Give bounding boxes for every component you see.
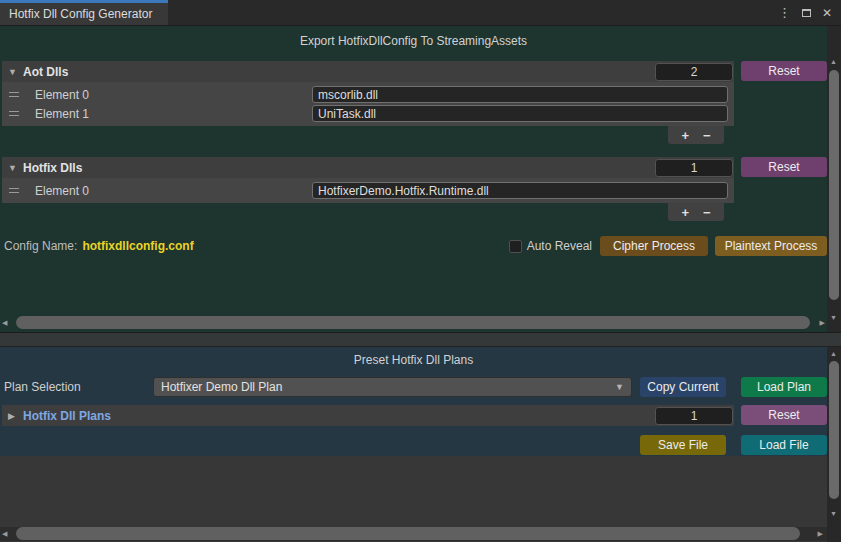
scroll-up-icon[interactable]: ▲ <box>830 350 837 357</box>
hotfix-dll-plans-row: ▶ Hotfix Dll Plans Reset <box>0 405 827 426</box>
preset-panel-title: Preset Hotfix Dll Plans <box>0 347 827 367</box>
hotfix-dlls-count-field[interactable] <box>655 159 733 177</box>
remove-element-button[interactable]: − <box>703 206 711 219</box>
plan-dropdown-value: Hotfixer Demo Dll Plan <box>161 380 282 394</box>
window-controls: ⋮ ✕ <box>778 0 841 25</box>
drag-handle-icon[interactable] <box>9 188 19 193</box>
hotfix-dlls-header[interactable]: ▼ Hotfix Dlls <box>2 157 734 178</box>
scrollbar-corner <box>827 525 841 542</box>
export-panel-title: Export HotfixDllConfig To StreamingAsset… <box>0 26 827 48</box>
preset-panel: Preset Hotfix Dll Plans Plan Selection H… <box>0 347 827 456</box>
save-file-button[interactable]: Save File <box>640 435 726 455</box>
config-name-row: Config Name: hotfixdllconfig.conf Auto R… <box>0 236 827 256</box>
plans-reset-button[interactable]: Reset <box>741 405 827 425</box>
list-element-row[interactable]: Element 1 <box>2 104 734 123</box>
scroll-right-icon[interactable]: ▶ <box>818 530 823 537</box>
preset-panel-region: Preset Hotfix Dll Plans Plan Selection H… <box>0 347 841 542</box>
scroll-up-icon[interactable]: ▲ <box>830 58 837 65</box>
hotfix-reset-button[interactable]: Reset <box>741 157 827 177</box>
scrollbar-thumb[interactable] <box>829 70 839 300</box>
bottom-vertical-scrollbar[interactable]: ▲ ▼ <box>827 347 841 525</box>
plan-selection-row: Plan Selection Hotfixer Demo Dll Plan ▼ … <box>0 377 827 397</box>
hotfix-dlls-label: Hotfix Dlls <box>23 161 655 175</box>
scrollbar-thumb[interactable] <box>829 361 839 499</box>
element-label: Element 0 <box>35 88 312 102</box>
config-name-label: Config Name: <box>4 239 77 253</box>
list-element-row[interactable]: Element 0 <box>2 85 734 104</box>
scrollbar-thumb[interactable] <box>16 316 810 329</box>
close-icon[interactable]: ✕ <box>822 7 832 19</box>
plan-selection-dropdown[interactable]: Hotfixer Demo Dll Plan ▼ <box>153 377 632 397</box>
top-horizontal-scrollbar[interactable]: ◀ ▶ <box>0 316 827 329</box>
scroll-down-icon[interactable]: ▼ <box>830 510 837 517</box>
hotfix-list-footer-row: + − <box>2 203 734 221</box>
aot-dlls-count-field[interactable] <box>655 63 733 81</box>
aot-reset-button[interactable]: Reset <box>741 61 827 81</box>
scroll-right-icon[interactable]: ▶ <box>820 319 825 326</box>
hotfix-dll-plans-header[interactable]: ▶ Hotfix Dll Plans <box>2 405 734 426</box>
hotfix-list-footer: + − <box>668 203 724 221</box>
aot-list-footer-row: + − <box>2 126 734 144</box>
element-label: Element 0 <box>35 184 312 198</box>
aot-list-footer: + − <box>668 126 724 144</box>
scroll-down-icon[interactable]: ▼ <box>830 314 837 321</box>
aot-dlls-header-row: ▼ Aot Dlls Reset <box>0 61 827 82</box>
hotfix-dlls-list: Element 0 <box>2 178 734 203</box>
auto-reveal-label: Auto Reveal <box>527 239 592 253</box>
load-file-button[interactable]: Load File <box>741 435 827 455</box>
aot-element-0-field[interactable] <box>312 86 728 103</box>
drag-handle-icon[interactable] <box>9 111 19 116</box>
export-panel: Export HotfixDllConfig To StreamingAsset… <box>0 26 827 332</box>
plan-selection-label: Plan Selection <box>4 380 153 394</box>
window-tab-bar: Hotfix Dll Config Generator ⋮ ✕ <box>0 0 841 26</box>
hotfix-dlls-header-row: ▼ Hotfix Dlls Reset <box>0 157 827 178</box>
remove-element-button[interactable]: − <box>703 129 711 142</box>
aot-element-1-field[interactable] <box>312 105 728 122</box>
cipher-process-button[interactable]: Cipher Process <box>600 236 708 256</box>
config-name-value: hotfixdllconfig.conf <box>82 239 508 253</box>
dropdown-arrow-icon: ▼ <box>615 382 624 392</box>
maximize-icon[interactable] <box>802 9 811 17</box>
panel-splitter[interactable] <box>0 332 841 347</box>
drag-handle-icon[interactable] <box>9 92 19 97</box>
scrollbar-thumb[interactable] <box>16 527 800 540</box>
aot-dlls-label: Aot Dlls <box>23 65 655 79</box>
add-element-button[interactable]: + <box>681 129 689 142</box>
plaintext-process-button[interactable]: Plaintext Process <box>715 236 827 256</box>
element-label: Element 1 <box>35 107 312 121</box>
auto-reveal-checkbox[interactable] <box>509 240 522 253</box>
export-panel-region: Export HotfixDllConfig To StreamingAsset… <box>0 26 841 332</box>
tab-title: Hotfix Dll Config Generator <box>9 7 152 21</box>
tab-hotfix-dll-config-generator[interactable]: Hotfix Dll Config Generator <box>0 0 168 25</box>
preset-panel-empty-area <box>0 456 827 527</box>
plans-count-field[interactable] <box>655 407 733 425</box>
scroll-left-icon[interactable]: ◀ <box>2 530 7 537</box>
hotfix-dll-plans-label: Hotfix Dll Plans <box>23 409 655 423</box>
bottom-horizontal-scrollbar[interactable]: ◀ ▶ <box>0 527 827 541</box>
foldout-closed-icon[interactable]: ▶ <box>8 411 18 421</box>
list-element-row[interactable]: Element 0 <box>2 181 734 200</box>
hotfix-element-0-field[interactable] <box>312 182 728 199</box>
aot-dlls-header[interactable]: ▼ Aot Dlls <box>2 61 734 82</box>
foldout-open-icon[interactable]: ▼ <box>8 163 18 173</box>
file-buttons-row: Save File Load File <box>0 435 827 455</box>
load-plan-button[interactable]: Load Plan <box>741 377 827 397</box>
foldout-open-icon[interactable]: ▼ <box>8 67 18 77</box>
top-vertical-scrollbar[interactable]: ▲ ▼ <box>827 26 841 332</box>
window-menu-icon[interactable]: ⋮ <box>778 6 791 19</box>
scroll-left-icon[interactable]: ◀ <box>2 319 7 326</box>
copy-current-button[interactable]: Copy Current <box>640 377 726 397</box>
aot-dlls-list: Element 0 Element 1 <box>2 82 734 126</box>
add-element-button[interactable]: + <box>681 206 689 219</box>
